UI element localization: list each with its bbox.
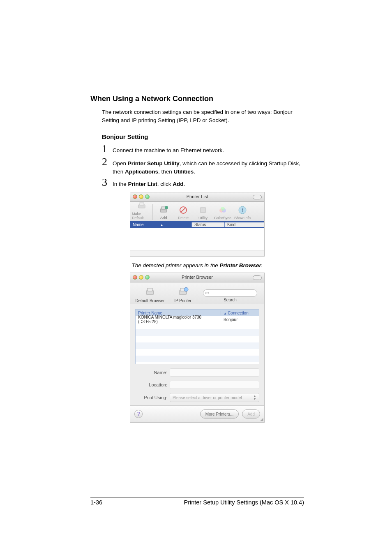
row-connection: Bonjour — [221, 317, 259, 322]
separator — [152, 204, 153, 220]
text-bold: Printer List — [128, 181, 157, 187]
col-printer-name: Printer Name — [138, 311, 162, 315]
text-run: , then — [158, 169, 174, 175]
tab-label: Default Browser — [135, 298, 164, 303]
printer-default-icon — [144, 286, 156, 298]
page-number: 1-36 — [90, 499, 102, 506]
label-location: Location: — [135, 382, 170, 387]
statusbar — [130, 250, 264, 256]
add-button[interactable]: Add — [154, 205, 173, 220]
sort-asc-icon: ▲ — [224, 312, 228, 315]
svg-rect-7 — [201, 208, 205, 213]
text-run: . — [194, 169, 195, 175]
svg-rect-14 — [148, 288, 152, 291]
toolbar-label: ColorSync — [214, 216, 231, 220]
more-printers-button[interactable]: More Printers... — [200, 409, 239, 419]
subsection-heading: Bonjour Setting — [102, 133, 304, 140]
row-printer-name: KONICA MINOLTA magicolor 3730 (D3:F5:28) — [136, 315, 221, 324]
default-browser-tab[interactable]: Default Browser — [134, 286, 166, 303]
label-name: Name: — [135, 370, 170, 375]
tab-label: IP Printer — [174, 298, 191, 303]
utility-icon — [198, 205, 208, 215]
text-run: . — [261, 262, 263, 268]
text-run: Open — [113, 160, 128, 166]
col-status: Status — [192, 222, 225, 227]
make-default-button[interactable]: Make Default — [132, 201, 152, 220]
printer-add-icon — [158, 205, 169, 215]
window-title: Printer Browser — [130, 275, 264, 280]
colorsync-icon — [217, 205, 228, 215]
step-number: 3 — [102, 176, 113, 189]
text-bold: Applications — [125, 169, 158, 175]
svg-rect-1 — [140, 203, 144, 205]
resize-grip-icon[interactable]: ◢ — [260, 417, 263, 421]
page-section-title: Printer Setup Utility Settings (Mac OS X… — [184, 499, 304, 506]
printer-list-body[interactable] — [130, 228, 264, 250]
sort-asc-icon: ▲ — [160, 223, 164, 227]
question-icon: ? — [137, 411, 140, 417]
intro-paragraph: The network connection settings can be s… — [102, 108, 304, 124]
text-run: , click — [157, 181, 173, 187]
col-kind: Kind — [225, 222, 264, 227]
text-bold: Add — [173, 181, 183, 187]
text-run: . — [184, 181, 185, 187]
label-print-using: Print Using: — [135, 395, 170, 400]
col-connection: Connection — [228, 311, 249, 315]
toolbar-label: Make Default — [132, 212, 152, 220]
column-headers[interactable]: Name▲ Status Kind — [130, 221, 264, 228]
delete-button[interactable]: Delete — [173, 205, 193, 220]
chevron-updown-icon: ▲▼ — [253, 395, 256, 400]
printer-browser-window: Printer Browser Default Browser IP Print… — [130, 273, 265, 423]
search-input[interactable]: ⌕▾ — [203, 289, 257, 297]
svg-point-17 — [184, 287, 188, 291]
no-entry-icon — [178, 205, 189, 215]
printer-check-icon — [136, 201, 147, 211]
text-bold: Printer Setup Utility — [128, 160, 180, 166]
ip-printer-tab[interactable]: IP Printer — [166, 286, 199, 303]
svg-line-6 — [181, 208, 186, 212]
toolbar-label: Utility — [198, 216, 208, 220]
add-printer-button[interactable]: Add — [242, 409, 260, 419]
toolbar-label: Show Info — [234, 216, 251, 220]
list-body[interactable] — [136, 323, 259, 364]
text-run: In the — [113, 181, 128, 187]
location-field[interactable] — [170, 381, 259, 389]
svg-point-10 — [221, 207, 225, 211]
figure-caption: The detected printer appears in the Prin… — [90, 262, 304, 268]
toolbar-pill-icon[interactable] — [253, 195, 262, 199]
window-titlebar[interactable]: Printer List — [130, 192, 264, 202]
step-text: Connect the machine to an Ethernet netwo… — [113, 146, 304, 155]
step-number: 1 — [102, 143, 113, 155]
colorsync-button[interactable]: ColorSync — [213, 205, 233, 220]
col-name: Name — [133, 222, 144, 227]
printer-list-window: Printer List Make Default Add — [130, 192, 265, 257]
select-value: Please select a driver or printer model — [173, 395, 242, 400]
toolbar-pill-icon[interactable] — [253, 275, 262, 280]
printer-ip-icon — [177, 286, 189, 298]
svg-point-4 — [165, 206, 168, 209]
window-title: Printer List — [130, 194, 264, 199]
toolbar-label: Add — [160, 216, 167, 220]
utility-button[interactable]: Utility — [193, 205, 213, 220]
print-using-select[interactable]: Please select a driver or printer model … — [170, 393, 259, 402]
toolbar-label: Delete — [178, 216, 189, 220]
show-info-button[interactable]: i Show Info — [233, 205, 252, 220]
window-titlebar[interactable]: Printer Browser — [130, 273, 264, 282]
printer-row[interactable]: KONICA MINOLTA magicolor 3730 (D3:F5:28)… — [136, 316, 259, 323]
step-text: In the Printer List, click Add. — [113, 180, 304, 188]
step-text: Open Printer Setup Utility, which can be… — [113, 160, 304, 176]
text-run: The detected printer appears in the — [132, 262, 220, 268]
info-icon: i — [237, 205, 248, 215]
section-heading: When Using a Network Connection — [90, 95, 304, 103]
text-bold: Printer Browser — [219, 262, 261, 268]
search-label: Search — [224, 298, 237, 302]
text-bold: Utilities — [174, 169, 194, 175]
magnify-icon: ⌕▾ — [205, 290, 209, 295]
name-field[interactable] — [170, 368, 259, 377]
svg-text:i: i — [242, 207, 243, 213]
help-button[interactable]: ? — [134, 410, 143, 418]
step-number: 2 — [102, 156, 113, 168]
